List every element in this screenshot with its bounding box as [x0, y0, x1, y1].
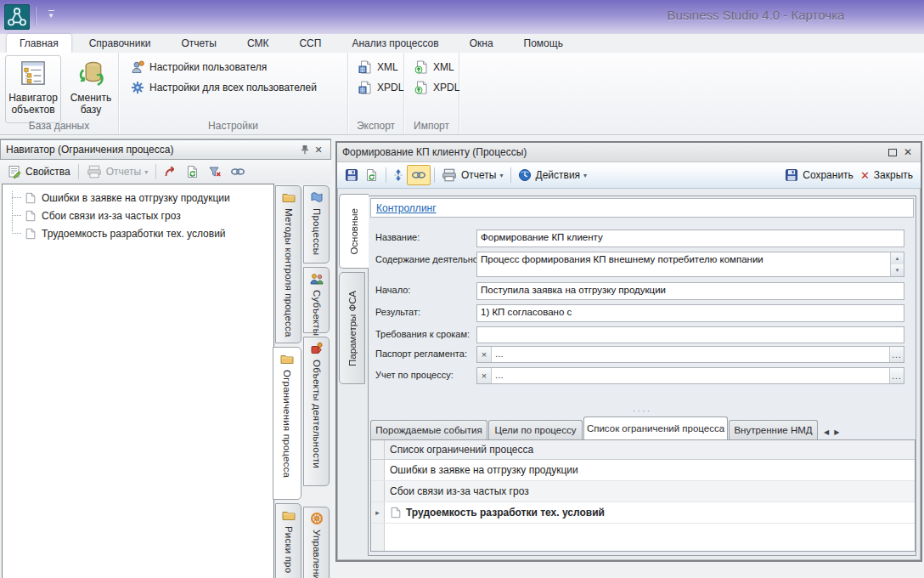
export-xml-button[interactable]: XML: [353, 57, 403, 77]
tree-item[interactable]: Сбои связи из-за частых гроз: [3, 207, 273, 224]
row-selector[interactable]: ▸: [371, 502, 385, 523]
card-tab-main[interactable]: Основные: [339, 194, 369, 269]
tab-internal-nmd[interactable]: Внутренние НМД: [729, 420, 818, 439]
ribbon-tab-windows[interactable]: Окна: [457, 34, 506, 53]
card-tab-fsa-params[interactable]: Параметры ФСА: [339, 272, 365, 384]
go-to-button[interactable]: [160, 163, 182, 180]
category-tab-process-restrictions[interactable]: Ограничения процесса: [273, 347, 301, 500]
close-button[interactable]: ✕ Закрыть: [857, 166, 916, 184]
start-input[interactable]: Поступила заявка на отгрузку продукции: [476, 282, 904, 300]
category-tab-process-risks[interactable]: Риски про: [275, 503, 301, 578]
scroll-spinner: ▲ ▼: [890, 252, 904, 276]
activity-textarea[interactable]: Процесс формирования КП внешнему потреби…: [476, 252, 904, 277]
spin-down-button[interactable]: ▼: [891, 264, 904, 276]
import-xpdl-button[interactable]: XPDL: [409, 77, 459, 98]
category-tab-control-methods[interactable]: Методы контроля процесса: [275, 185, 301, 343]
properties-button[interactable]: Свойства: [3, 163, 75, 180]
ribbon-tab-main[interactable]: Главная: [7, 34, 71, 53]
controlling-link[interactable]: Контроллинг: [376, 202, 437, 214]
export-xpdl-button[interactable]: XPDL: [353, 77, 403, 98]
app-logo-icon[interactable]: [4, 4, 30, 30]
splitter-toggle-button[interactable]: [390, 166, 407, 184]
maximize-button[interactable]: [885, 145, 900, 159]
save-button[interactable]: Сохранить: [781, 166, 857, 184]
link-button[interactable]: [226, 163, 250, 180]
chain-link-icon: [230, 165, 245, 178]
row-selector[interactable]: [371, 481, 385, 502]
ribbon-tab-ssp[interactable]: ССП: [286, 34, 334, 53]
table-row-selected[interactable]: ▸ Трудоемкость разработки тех. условий: [371, 502, 915, 524]
document-icon: [25, 210, 37, 222]
close-icon: ✕: [904, 146, 912, 158]
save-icon-button[interactable]: [341, 166, 362, 184]
ribbon-tab-reports[interactable]: Отчеты: [168, 34, 228, 53]
clear-button[interactable]: ×: [477, 347, 492, 362]
import-xml-label: XML: [433, 61, 454, 73]
grid-header-cell[interactable]: Список ограничений процесса: [385, 440, 915, 459]
ribbon-tab-help[interactable]: Помощь: [511, 34, 576, 53]
ribbon-tab-smk[interactable]: СМК: [234, 34, 282, 53]
tab-scroll-right-button[interactable]: ▶: [831, 428, 842, 436]
refresh-card-button[interactable]: [362, 166, 382, 184]
object-navigator-button[interactable]: Навигатор объектов: [5, 55, 61, 123]
browse-button[interactable]: ...: [889, 347, 904, 362]
nav-reports-button[interactable]: Отчеты ▾: [82, 163, 153, 180]
row-selector[interactable]: [371, 460, 385, 480]
tab-generated-events[interactable]: Порождаемые события: [370, 420, 487, 439]
group-label-settings: Настройки: [119, 120, 347, 132]
splitter-handle[interactable]: ····: [369, 405, 916, 416]
object-navigator-label: Навигатор объектов: [6, 92, 60, 116]
refresh-button[interactable]: [182, 163, 204, 180]
all-users-settings-button[interactable]: Настройки для всех пользователей: [126, 77, 347, 98]
tab-restrictions-list[interactable]: Список ограничений процесса: [583, 416, 728, 439]
toolbar-separator: [510, 167, 511, 183]
toolbar-separator: [434, 167, 435, 183]
result-input[interactable]: 1) КП согласовано с: [476, 304, 904, 322]
up-down-arrows-icon: [393, 168, 403, 182]
tree-item[interactable]: Ошибки в заявке на отгрузку продукции: [3, 189, 273, 207]
ribbon-group-settings: Настройки пользователя Настройки для все…: [119, 53, 348, 134]
wheel-icon: [310, 512, 324, 525]
import-xml-button[interactable]: XML: [409, 57, 459, 77]
export-xpdl-label: XPDL: [377, 82, 403, 94]
import-document-icon: [414, 60, 428, 74]
ribbon-group-export: XML XPDL Экспорт: [348, 53, 404, 134]
change-database-button[interactable]: Сменить базу: [63, 55, 119, 123]
category-tab-management[interactable]: Управлени: [303, 507, 330, 578]
card-close-button[interactable]: ✕: [900, 145, 916, 159]
tree-item[interactable]: Трудоемкость разработки тех. условий: [3, 224, 273, 242]
properties-label: Свойства: [25, 166, 70, 178]
document-icon: [25, 228, 37, 240]
card-content: Основные Параметры ФСА Контроллинг Назва…: [337, 189, 921, 562]
clear-filter-button[interactable]: [204, 163, 226, 180]
card-tab-label: Основные: [349, 208, 359, 255]
link-mode-button[interactable]: [407, 165, 431, 185]
browse-button[interactable]: ...: [889, 368, 904, 383]
clear-button[interactable]: ×: [477, 368, 492, 383]
user-settings-button[interactable]: Настройки пользователя: [126, 57, 347, 77]
name-input[interactable]: Формирование КП клиенту: [476, 230, 904, 247]
ribbon-tab-directories[interactable]: Справочники: [76, 34, 164, 53]
refresh-page-icon: [365, 168, 379, 182]
category-tab-activity-objects[interactable]: Объекты деятельности: [303, 337, 330, 486]
table-row[interactable]: Сбои связи из-за частых гроз: [371, 481, 915, 502]
accounting-picker[interactable]: × ... ...: [476, 367, 904, 384]
actions-button[interactable]: Действия ▾: [515, 166, 591, 184]
navigator-close-button[interactable]: ✕: [312, 143, 325, 156]
folder-icon: [280, 352, 294, 366]
category-tab-label: Ограничения процесса: [282, 370, 292, 478]
group-label-import: Импорт: [404, 120, 459, 132]
deadline-input[interactable]: [476, 326, 904, 343]
row-selector-header: [371, 440, 385, 459]
category-tab-subjects[interactable]: Субъекты: [303, 267, 330, 333]
tab-scroll-left-button[interactable]: ◀: [821, 428, 831, 436]
pin-button[interactable]: [298, 143, 312, 156]
passport-picker[interactable]: × ... ...: [476, 346, 904, 363]
category-tab-processes[interactable]: Процессы: [303, 185, 330, 264]
ribbon-tab-process-analysis[interactable]: Анализ процессов: [339, 34, 451, 53]
card-reports-button[interactable]: Отчеты ▾: [438, 166, 507, 184]
tab-process-goals[interactable]: Цели по процессу: [488, 420, 583, 439]
table-row[interactable]: Ошибки в заявке на отгрузку продукции: [371, 460, 915, 481]
spin-up-button[interactable]: ▲: [891, 252, 904, 264]
quick-access-dropdown[interactable]: ▾: [44, 10, 58, 22]
